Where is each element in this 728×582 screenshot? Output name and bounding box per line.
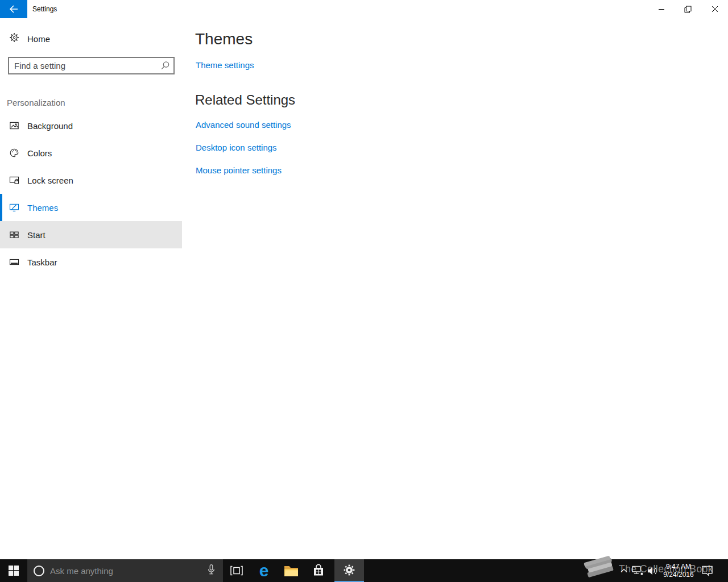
palette-icon: [9, 148, 19, 160]
sidebar-item-label: Colors: [27, 148, 52, 158]
search-icon[interactable]: [160, 61, 170, 73]
themes-icon: [9, 202, 19, 215]
sidebar-section-label: Personalization: [7, 98, 65, 107]
edge-icon: e: [259, 562, 269, 579]
mouse-pointer-settings-link[interactable]: Mouse pointer settings: [196, 165, 282, 175]
settings-search-box: [8, 57, 175, 74]
sidebar-item-home[interactable]: Home: [0, 27, 182, 50]
action-center-button[interactable]: [697, 565, 717, 576]
taskbar-icon: [9, 257, 19, 269]
selected-accent-bar: [0, 194, 2, 221]
page-title: Themes: [195, 30, 253, 48]
file-explorer-button[interactable]: [278, 559, 305, 582]
close-icon: [712, 6, 718, 13]
sidebar-item-lock-screen[interactable]: Lock screen: [0, 167, 182, 194]
sidebar-home-label: Home: [27, 34, 50, 44]
back-button[interactable]: [0, 0, 27, 18]
book-icon: [582, 554, 618, 582]
chevron-up-icon: [620, 568, 628, 573]
desktop-icon-settings-link[interactable]: Desktop icon settings: [196, 143, 277, 152]
network-icon[interactable]: [630, 566, 645, 576]
lock-screen-icon: [9, 175, 19, 188]
system-tray: 9:47 AM 9/24/2016: [618, 559, 717, 582]
sidebar-item-colors[interactable]: Colors: [0, 139, 182, 167]
settings-gear-icon: [343, 564, 355, 576]
close-button[interactable]: [702, 0, 728, 18]
cortana-icon: [34, 566, 44, 576]
start-tiles-icon: [9, 230, 19, 242]
task-view-button[interactable]: [223, 559, 250, 582]
cortana-search-box[interactable]: [27, 559, 223, 582]
gear-icon: [9, 32, 19, 45]
sidebar-item-label: Background: [27, 121, 73, 131]
sidebar-item-label: Taskbar: [27, 257, 57, 267]
window-title: Settings: [32, 0, 57, 18]
clock[interactable]: 9:47 AM 9/24/2016: [660, 563, 697, 579]
start-button[interactable]: [0, 559, 27, 582]
sidebar-item-start[interactable]: Start: [0, 221, 182, 248]
sidebar-item-label: Start: [27, 230, 46, 240]
taskbar: The Collection Book: [0, 559, 728, 582]
sidebar-item-themes[interactable]: Themes: [0, 194, 182, 221]
speaker-icon[interactable]: [645, 566, 660, 576]
main-content: Themes Theme settings Related Settings A…: [195, 18, 565, 530]
settings-window: Settings: [0, 0, 728, 582]
sidebar-nav: Background Colors: [0, 112, 182, 276]
restore-button[interactable]: [675, 0, 701, 18]
theme-settings-link[interactable]: Theme settings: [196, 60, 254, 70]
action-center-icon: [701, 565, 713, 576]
sidebar: Home Personalization: [0, 18, 182, 559]
cortana-search-input[interactable]: [50, 566, 207, 576]
background-icon: [9, 120, 19, 133]
settings-app-button[interactable]: [334, 559, 364, 582]
show-hidden-icons-button[interactable]: [618, 568, 630, 573]
store-button[interactable]: [305, 559, 332, 582]
sidebar-item-label: Themes: [27, 203, 58, 213]
minimize-icon: [658, 6, 665, 13]
clock-time: 9:47 AM: [660, 563, 697, 571]
advanced-sound-settings-link[interactable]: Advanced sound settings: [196, 120, 291, 130]
folder-icon: [284, 565, 299, 577]
sidebar-item-taskbar[interactable]: Taskbar: [0, 248, 182, 276]
task-view-icon: [230, 565, 243, 576]
store-bag-icon: [312, 564, 325, 578]
sidebar-item-background[interactable]: Background: [0, 112, 182, 139]
clock-date: 9/24/2016: [660, 571, 697, 579]
related-settings-title: Related Settings: [195, 92, 295, 108]
sidebar-item-label: Lock screen: [27, 176, 73, 185]
titlebar: Settings: [0, 0, 728, 18]
minimize-button[interactable]: [648, 0, 675, 18]
back-arrow-icon: [9, 5, 18, 13]
restore-icon: [684, 6, 692, 13]
settings-search-input[interactable]: [9, 58, 173, 73]
microphone-icon[interactable]: [207, 564, 216, 578]
edge-button[interactable]: e: [250, 559, 278, 582]
windows-logo-icon: [9, 566, 19, 576]
